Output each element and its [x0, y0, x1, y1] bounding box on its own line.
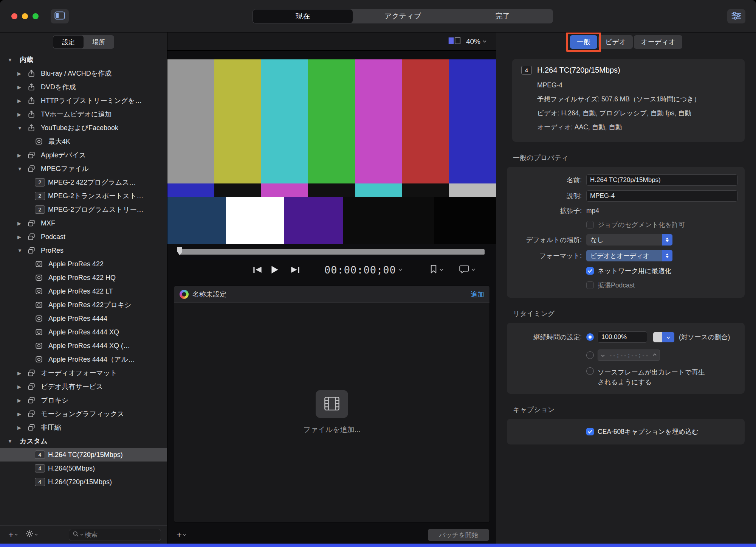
inspector-toggle-button[interactable] — [727, 9, 745, 23]
tab-audio[interactable]: オーディオ — [634, 35, 682, 49]
disclosure-right-icon[interactable]: ▶ — [17, 234, 27, 240]
tree-item-row[interactable]: ▼MPEGファイル — [0, 162, 167, 176]
disclosure-right-icon[interactable]: ▶ — [17, 384, 27, 390]
disclosure-down-icon[interactable]: ▼ — [17, 125, 27, 131]
disclosure-right-icon[interactable]: ▶ — [17, 370, 27, 376]
add-file-button[interactable] — [316, 390, 348, 418]
compressor-window: 現在 アクティブ 完了 設定 場所 ▼内蔵▶Blu-ray / AVCHDを作成… — [0, 0, 756, 547]
tree-item-row[interactable]: ▶オーディオフォーマット — [0, 366, 167, 380]
smpte-top-bars — [167, 59, 496, 183]
disclosure-down-icon[interactable]: ▼ — [8, 57, 17, 63]
tree-item-row[interactable]: 4H.264(720p/15Mbps) — [0, 475, 167, 489]
tree-item-row[interactable]: ▼ProRes — [0, 244, 167, 257]
tree-item-row[interactable]: ▼YouTubeおよびFacebook — [0, 121, 167, 135]
tree-item-row[interactable]: ▶Blu-ray / AVCHDを作成 — [0, 67, 167, 80]
network-optimize-checkbox[interactable] — [586, 267, 594, 275]
close-window-button[interactable] — [11, 13, 17, 19]
format-popup[interactable]: ビデオとオーディオ — [586, 250, 672, 261]
source-playback-radio[interactable] — [586, 367, 594, 375]
tree-item-row[interactable]: ▶Appleデバイス — [0, 148, 167, 162]
percent-input[interactable] — [598, 331, 647, 343]
disclosure-right-icon[interactable]: ▶ — [17, 411, 27, 417]
disclosure-right-icon[interactable]: ▶ — [17, 84, 27, 90]
tab-current[interactable]: 現在 — [253, 9, 353, 23]
tree-item-row[interactable]: ▶TVホームビデオに追加 — [0, 107, 167, 121]
disclosure-right-icon[interactable]: ▶ — [17, 152, 27, 158]
tree-item-row[interactable]: Apple ProRes 422 HQ — [0, 271, 167, 284]
duration-radio[interactable] — [586, 351, 594, 359]
tree-item-row[interactable]: ▶モーショングラフィックス — [0, 407, 167, 421]
marker-button[interactable] — [430, 264, 443, 275]
tree-item-row[interactable]: ▶非圧縮 — [0, 421, 167, 434]
tree-item-row[interactable]: Apple ProRes 4444 — [0, 312, 167, 325]
tab-general[interactable]: 一般 — [570, 35, 597, 49]
tree-item-row[interactable]: Apple ProRes 4444（アル… — [0, 353, 167, 366]
tab-video[interactable]: ビデオ — [598, 35, 633, 49]
tree-group-row[interactable]: ▼内蔵 — [0, 53, 167, 67]
tree-item-row[interactable]: 2MPEG-2 422プログラムス… — [0, 176, 167, 189]
play-button[interactable] — [271, 265, 279, 274]
add-setting-button[interactable]: + — [6, 530, 20, 540]
duration-timecode-field[interactable]: --:--:--:-- — [598, 350, 660, 361]
tab-completed[interactable]: 完了 — [453, 9, 553, 23]
search-input[interactable] — [85, 531, 157, 539]
tree-item-row[interactable]: Apple ProRes 422プロキシ — [0, 298, 167, 312]
percent-preset-popup[interactable] — [653, 332, 674, 342]
compare-view-icon[interactable] — [448, 36, 461, 47]
tree-item-row[interactable]: ▶ビデオ共有サービス — [0, 380, 167, 393]
zoom-window-button[interactable] — [33, 13, 39, 19]
scrubber-track[interactable] — [179, 249, 485, 255]
tree-item-row[interactable]: ▶DVDを作成 — [0, 80, 167, 94]
tree-item-row[interactable]: 最大4K — [0, 135, 167, 148]
annotation-button[interactable] — [459, 265, 475, 275]
action-menu-button[interactable] — [23, 530, 40, 540]
timecode-display[interactable]: 00:00:00;00 — [324, 264, 402, 276]
tree-item-row[interactable]: Apple ProRes 4444 XQ — [0, 325, 167, 339]
disclosure-right-icon[interactable]: ▶ — [17, 71, 27, 76]
extended-podcast-checkbox[interactable] — [586, 281, 594, 289]
previous-frame-button[interactable] — [253, 266, 262, 274]
percent-radio[interactable] — [586, 333, 594, 341]
zoom-level-button[interactable]: 40% — [466, 37, 486, 46]
disclosure-down-icon[interactable]: ▼ — [17, 166, 27, 172]
tree-item-row[interactable]: Apple ProRes 422 LT — [0, 284, 167, 298]
search-field[interactable] — [69, 529, 161, 541]
disclosure-right-icon[interactable]: ▶ — [17, 425, 27, 430]
description-input[interactable] — [586, 190, 737, 202]
tree-item-row[interactable]: ▶MXF — [0, 216, 167, 230]
tree-group-row[interactable]: ▼カスタム — [0, 434, 167, 448]
batch-drop-area[interactable]: ファイルを追加... — [174, 303, 490, 522]
disclosure-down-icon[interactable]: ▼ — [17, 248, 27, 253]
disclosure-right-icon[interactable]: ▶ — [17, 112, 27, 117]
timeline-scrubber[interactable] — [167, 244, 496, 259]
tree-item-row[interactable]: 2MPEG-2プログラムストリー… — [0, 203, 167, 216]
add-batch-item-button[interactable]: + — [174, 530, 188, 540]
tree-item-row[interactable]: ▶HTTPライブストリーミングを… — [0, 94, 167, 107]
tab-settings[interactable]: 設定 — [53, 36, 84, 48]
popup-arrows-icon — [662, 250, 672, 261]
minimize-window-button[interactable] — [22, 13, 28, 19]
tab-locations[interactable]: 場所 — [84, 36, 114, 48]
tree-item-row[interactable]: ▶Podcast — [0, 230, 167, 244]
chevron-down-icon — [183, 533, 186, 536]
segmentation-checkbox[interactable] — [586, 221, 594, 228]
cea608-checkbox[interactable] — [586, 428, 594, 435]
add-job-link[interactable]: 追加 — [471, 290, 484, 299]
default-location-popup[interactable]: なし — [586, 234, 672, 246]
name-input[interactable] — [586, 174, 737, 186]
tree-item-row[interactable]: 4H.264(50Mbps) — [0, 462, 167, 475]
tree-item-row[interactable]: Apple ProRes 422 — [0, 257, 167, 271]
tree-item-row[interactable]: ▶プロキシ — [0, 393, 167, 407]
start-batch-button[interactable]: バッチを開始 — [428, 529, 489, 541]
color-bar — [214, 183, 261, 197]
next-frame-button[interactable] — [291, 266, 300, 274]
toggle-sidebar-button[interactable] — [51, 9, 69, 23]
tab-active[interactable]: アクティブ — [353, 9, 452, 23]
disclosure-right-icon[interactable]: ▶ — [17, 221, 27, 226]
disclosure-right-icon[interactable]: ▶ — [17, 98, 27, 104]
disclosure-down-icon[interactable]: ▼ — [8, 438, 17, 444]
tree-item-row[interactable]: 2MPEG-2トランスポートスト… — [0, 189, 167, 203]
tree-item-row[interactable]: 4H.264 TC(720p/15Mbps) — [0, 448, 167, 462]
disclosure-right-icon[interactable]: ▶ — [17, 398, 27, 403]
tree-item-row[interactable]: Apple ProRes 4444 XQ (… — [0, 339, 167, 353]
